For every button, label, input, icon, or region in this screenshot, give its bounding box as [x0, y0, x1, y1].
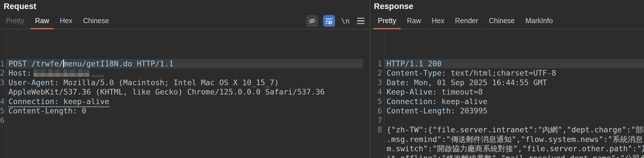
code-line[interactable]: 5Content-Length: 0: [0, 106, 370, 116]
word-wrap-icon: [325, 17, 333, 25]
header-value: Mozilla/5.0 (Macintosh; Intel Mac OS X 1…: [59, 78, 279, 87]
newline-toggle[interactable]: \n: [340, 17, 351, 25]
spellcheck-underline: Connection: keep-alive: [8, 97, 109, 107]
line-number: 7: [370, 116, 382, 125]
code-line[interactable]: AppleWebKit/537.36 (KHTML, like Gecko) C…: [0, 87, 370, 97]
header-name: Connection:: [387, 97, 437, 106]
request-toolbar: \n: [306, 13, 366, 29]
code-text: POST /trwfe/: [8, 59, 63, 68]
response-tab-chinese[interactable]: Chinese: [484, 13, 520, 29]
word-wrap-button[interactable]: [323, 15, 335, 27]
line-number: 3: [0, 78, 4, 87]
line-number: 6: [370, 106, 382, 116]
line-number: 8: [370, 125, 382, 135]
response-tabbar: Pretty Raw Hex Render Chinese MarkInfo: [370, 12, 644, 29]
header-name: Content-Length:: [387, 106, 455, 115]
request-tab-pretty[interactable]: Pretty: [1, 13, 30, 29]
response-tab-hex[interactable]: Hex: [426, 13, 449, 29]
body-text: m.switch":"開啟協力廠商系統對接","file.server.othe…: [387, 144, 644, 153]
body-text: {"zh-TW":{"file.server.intranet":"內網","d…: [387, 125, 644, 134]
header-name: Host:: [8, 69, 31, 77]
response-panel: Response Pretty Raw Hex Render Chinese M…: [370, 0, 644, 158]
code-line[interactable]: 5Connection: keep-alive: [370, 97, 644, 106]
code-line[interactable]: 1HTTP/1.1 200: [370, 59, 644, 69]
response-editor[interactable]: 1HTTP/1.1 2002Content-Type: text/html;ch…: [370, 29, 644, 158]
header-value: text/html;charset=UTF-8: [446, 69, 556, 77]
request-tab-hex[interactable]: Hex: [54, 13, 78, 29]
header-value: keep-alive: [437, 97, 488, 106]
body-text: .msg.remind":"傳送郵件消息通知","flow.system.new…: [387, 135, 643, 144]
request-panel: Request Pretty Raw Hex Chinese: [0, 0, 370, 158]
code-line[interactable]: 3User-Agent: Mozilla/5.0 (Macintosh; Int…: [0, 78, 370, 87]
hide-button[interactable]: [306, 15, 318, 27]
line-number: 3: [370, 78, 382, 87]
request-tab-chinese[interactable]: Chinese: [78, 13, 114, 29]
line-number: 6: [0, 116, 4, 125]
code-line[interactable]: m.switch":"開啟協力廠商系統對接","file.server.othe…: [370, 144, 644, 153]
code-line[interactable]: 6: [0, 116, 370, 125]
body-text: it.offline":"修改離線參數","mail.received.dept…: [387, 154, 644, 158]
hamburger-menu-icon[interactable]: [356, 17, 366, 25]
response-tab-markinfo[interactable]: MarkInfo: [520, 13, 558, 29]
code-line[interactable]: 4Connection: keep-alive: [0, 97, 370, 106]
header-name: Date:: [387, 78, 409, 87]
header-name: User-Agent:: [8, 78, 59, 87]
response-tab-render[interactable]: Render: [450, 13, 484, 29]
header-name: Content-Type:: [387, 69, 446, 77]
header-value: Mon, 01 Sep 2025 16:44:55 GMT: [409, 78, 547, 87]
request-title: Request: [4, 2, 36, 11]
line-number: 1: [370, 59, 382, 69]
code-line[interactable]: 2Content-Type: text/html;charset=UTF-8: [370, 68, 644, 78]
request-editor[interactable]: 1POST /trwfe/menu/getI18N.do HTTP/1.12Ho…: [0, 29, 370, 158]
code-line[interactable]: 7: [370, 116, 644, 125]
eye-off-icon: [308, 17, 316, 25]
response-title: Response: [374, 2, 413, 11]
redaction-smudge: [91, 75, 104, 77]
header-name: Connection:: [8, 97, 59, 106]
code-line[interactable]: 1POST /trwfe/menu/getI18N.do HTTP/1.1: [0, 59, 370, 69]
header-value: keep-alive: [59, 97, 109, 106]
header-value: 0: [77, 106, 87, 115]
code-text: menu/getI18N.do HTTP/1.1: [63, 59, 173, 68]
header-name: Content-Length:: [8, 106, 77, 115]
code-line[interactable]: 6Content-Length: 203995: [370, 106, 644, 116]
code-line[interactable]: it.offline":"修改離線參數","mail.received.dept…: [370, 153, 644, 158]
response-tab-pretty[interactable]: Pretty: [372, 13, 402, 29]
header-name: Keep-Alive:: [387, 87, 437, 96]
code-line[interactable]: 2Host:: [0, 68, 370, 78]
line-number: 4: [370, 87, 382, 97]
code-line[interactable]: 8{"zh-TW":{"file.server.intranet":"內網","…: [370, 125, 644, 135]
response-tab-raw[interactable]: Raw: [402, 13, 426, 29]
code-line[interactable]: .msg.remind":"傳送郵件消息通知","flow.system.new…: [370, 135, 644, 144]
code-line[interactable]: 4Keep-Alive: timeout=8: [370, 87, 644, 97]
line-number: 1: [0, 59, 4, 69]
line-number: 4: [0, 97, 4, 106]
line-number: 5: [370, 97, 382, 106]
line-number: 5: [0, 106, 4, 116]
header-value: AppleWebKit/537.36 (KHTML, like Gecko) C…: [8, 87, 325, 96]
redaction-mosaic: [34, 69, 89, 77]
line-number: 2: [0, 68, 4, 78]
header-value: timeout=8: [437, 87, 483, 96]
request-tab-raw[interactable]: Raw: [30, 13, 54, 29]
code-line[interactable]: 3Date: Mon, 01 Sep 2025 16:44:55 GMT: [370, 78, 644, 87]
line-number: 2: [370, 68, 382, 78]
header-value: 203995: [455, 106, 488, 115]
header-name: HTTP/1.1 200: [387, 59, 442, 68]
